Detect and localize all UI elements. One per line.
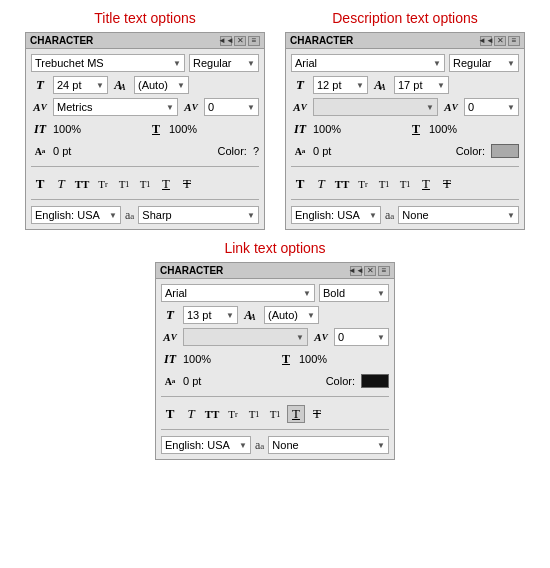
antialias-dropdown[interactable]: Sharp ▼ <box>138 206 259 224</box>
desc-collapse-btn[interactable]: ◄◄ <box>480 36 492 46</box>
desc-size-dropdown[interactable]: 12 pt ▼ <box>313 76 368 94</box>
desc-subscript-btn[interactable]: T1 <box>396 175 414 193</box>
desc-titlebar-icons: ◄◄ ✕ ≡ <box>480 36 520 46</box>
desc-tr-btn[interactable]: Tr <box>354 175 372 193</box>
title-panel-body: Trebuchet MS ▼ Regular ▼ T 24 pt <box>26 49 264 229</box>
desc-underline-btn[interactable]: T <box>417 175 435 193</box>
link-h-scale-icon: T <box>277 350 295 368</box>
link-bold-btn[interactable]: T <box>161 405 179 423</box>
tt-btn[interactable]: TT <box>73 175 91 193</box>
italic-btn[interactable]: T <box>52 175 70 193</box>
close-btn[interactable]: ✕ <box>234 36 246 46</box>
link-language-dropdown[interactable]: English: USA ▼ <box>161 436 251 454</box>
tracking-val-dropdown[interactable]: 0 ▼ <box>204 98 259 116</box>
desc-tracking-val-dropdown[interactable]: 0 ▼ <box>464 98 519 116</box>
leading-arrow: ▼ <box>177 81 185 90</box>
language-value: English: USA <box>35 209 100 221</box>
link-font-name-value: Arial <box>165 287 187 299</box>
desc-font-style-dropdown[interactable]: Regular ▼ <box>449 54 519 72</box>
desc-language-dropdown[interactable]: English: USA ▼ <box>291 206 381 224</box>
desc-tracking-val-arrow: ▼ <box>507 103 515 112</box>
link-close-btn[interactable]: ✕ <box>364 266 376 276</box>
desc-menu-btn[interactable]: ≡ <box>508 36 520 46</box>
link-antialias-dropdown[interactable]: None ▼ <box>268 436 389 454</box>
desc-leading-dropdown[interactable]: 17 pt ▼ <box>394 76 449 94</box>
title-section: Title text options CHARACTER ◄◄ ✕ ≡ <box>25 10 265 230</box>
leading-dropdown[interactable]: (Auto) ▼ <box>134 76 189 94</box>
lang-row: English: USA ▼ aa Sharp ▼ <box>31 206 259 224</box>
desc-color-swatch[interactable] <box>491 144 519 158</box>
link-size-dropdown[interactable]: 13 pt ▼ <box>183 306 238 324</box>
desc-antialias-dropdown[interactable]: None ▼ <box>398 206 519 224</box>
desc-style-buttons: T T TT Tr T1 T1 T T <box>291 175 519 193</box>
desc-panel-title: CHARACTER <box>290 35 353 46</box>
desc-font-name-dropdown[interactable]: Arial ▼ <box>291 54 445 72</box>
desc-close-btn[interactable]: ✕ <box>494 36 506 46</box>
link-font-row: Arial ▼ Bold ▼ <box>161 284 389 302</box>
link-baseline-icon: Aa <box>161 372 179 390</box>
link-italic-btn[interactable]: T <box>182 405 200 423</box>
title-panel: CHARACTER ◄◄ ✕ ≡ Trebuchet MS ▼ <box>25 32 265 230</box>
size-arrow: ▼ <box>96 81 104 90</box>
language-dropdown[interactable]: English: USA ▼ <box>31 206 121 224</box>
desc-bold-btn[interactable]: T <box>291 175 309 193</box>
link-color-label: Color: <box>326 375 355 387</box>
link-size-icon: T <box>161 306 179 324</box>
link-collapse-btn[interactable]: ◄◄ <box>350 266 362 276</box>
link-tracking-val-dropdown[interactable]: 0 ▼ <box>334 328 389 346</box>
font-name-dropdown[interactable]: Trebuchet MS ▼ <box>31 54 185 72</box>
link-v-scale-icon: IT <box>161 350 179 368</box>
link-color-swatch[interactable] <box>361 374 389 388</box>
desc-aa-icon: aa <box>385 208 394 223</box>
link-tracking-icon: AV <box>161 328 179 346</box>
link-size-value: 13 pt <box>187 309 211 321</box>
link-font-style-dropdown[interactable]: Bold ▼ <box>319 284 389 302</box>
top-row: Title text options CHARACTER ◄◄ ✕ ≡ <box>25 10 525 230</box>
link-leading-icon: AA <box>242 306 260 324</box>
tr-btn[interactable]: Tr <box>94 175 112 193</box>
desc-color-label: Color: <box>456 145 485 157</box>
tracking-type-arrow: ▼ <box>166 103 174 112</box>
underline-btn[interactable]: T <box>157 175 175 193</box>
desc-tracking-val-value: 0 <box>468 101 474 113</box>
link-tr-btn[interactable]: Tr <box>224 405 242 423</box>
link-size-leading-row: T 13 pt ▼ AA (Auto) ▼ <box>161 306 389 324</box>
scale-row: IT 100% T 100% <box>31 120 259 138</box>
bold-btn[interactable]: T <box>31 175 49 193</box>
desc-strikethrough-btn[interactable]: T <box>438 175 456 193</box>
desc-tt-btn[interactable]: TT <box>333 175 351 193</box>
link-tt-btn[interactable]: TT <box>203 405 221 423</box>
desc-italic-btn[interactable]: T <box>312 175 330 193</box>
link-titlebar: CHARACTER ◄◄ ✕ ≡ <box>156 263 394 279</box>
tracking-type-dropdown[interactable]: Metrics ▼ <box>53 98 178 116</box>
link-tracking-type-dropdown[interactable]: ▼ <box>183 328 308 346</box>
link-superscript-btn[interactable]: T1 <box>245 405 263 423</box>
link-menu-btn[interactable]: ≡ <box>378 266 390 276</box>
link-subscript-btn[interactable]: T1 <box>266 405 284 423</box>
h-scale-value: 100% <box>169 123 259 135</box>
desc-lang-row: English: USA ▼ aa None ▼ <box>291 206 519 224</box>
link-leading-dropdown[interactable]: (Auto) ▼ <box>264 306 319 324</box>
size-dropdown[interactable]: 24 pt ▼ <box>53 76 108 94</box>
superscript-btn[interactable]: T1 <box>115 175 133 193</box>
link-underline-btn[interactable]: T <box>287 405 305 423</box>
link-style-buttons: T T TT Tr T1 T1 T T <box>161 405 389 423</box>
desc-baseline-value: 0 pt <box>313 145 452 157</box>
link-strikethrough-btn[interactable]: T <box>308 405 326 423</box>
font-style-dropdown[interactable]: Regular ▼ <box>189 54 259 72</box>
desc-v-scale-value: 100% <box>313 123 403 135</box>
subscript-btn[interactable]: T1 <box>136 175 154 193</box>
collapse-btn[interactable]: ◄◄ <box>220 36 232 46</box>
description-heading: Description text options <box>285 10 525 26</box>
link-size-arrow: ▼ <box>226 311 234 320</box>
strikethrough-btn[interactable]: T <box>178 175 196 193</box>
link-language-value: English: USA <box>165 439 230 451</box>
link-font-name-dropdown[interactable]: Arial ▼ <box>161 284 315 302</box>
desc-titlebar: CHARACTER ◄◄ ✕ ≡ <box>286 33 524 49</box>
desc-tracking-type-dropdown[interactable]: ▼ <box>313 98 438 116</box>
desc-superscript-btn[interactable]: T1 <box>375 175 393 193</box>
link-titlebar-icons: ◄◄ ✕ ≡ <box>350 266 390 276</box>
menu-btn[interactable]: ≡ <box>248 36 260 46</box>
v-scale-value: 100% <box>53 123 143 135</box>
link-baseline-color-row: Aa 0 pt Color: <box>161 372 389 390</box>
